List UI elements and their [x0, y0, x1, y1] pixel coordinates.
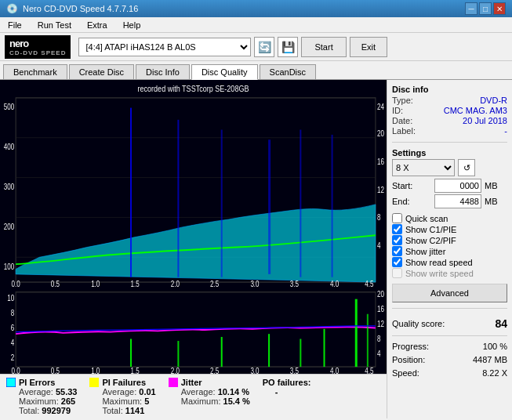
svg-text:200: 200: [4, 223, 14, 231]
show-c2-label: Show C2/PIF: [405, 236, 456, 245]
tab-disc-quality[interactable]: Disc Quality: [191, 64, 258, 80]
show-jitter-checkbox[interactable]: [392, 246, 402, 256]
svg-text:20: 20: [377, 130, 384, 139]
divider-2: [392, 308, 507, 309]
divider-3: [392, 335, 507, 336]
svg-text:16: 16: [377, 305, 384, 313]
progress-row: Progress: 100 %: [392, 342, 507, 351]
exit-button[interactable]: Exit: [350, 37, 387, 57]
show-jitter-row: Show jitter: [392, 246, 507, 256]
menu-extra[interactable]: Extra: [82, 19, 112, 31]
svg-rect-19: [221, 130, 223, 277]
svg-text:1.0: 1.0: [91, 281, 100, 289]
app-icon: 💿: [6, 3, 18, 14]
disc-type-row: Type: DVD-R: [392, 96, 507, 105]
drive-select[interactable]: [4:4] ATAPI iHAS124 B AL0S: [78, 38, 251, 56]
speed-row: Speed: 8.22 X: [392, 368, 507, 378]
pi-failures-icon: [89, 378, 99, 387]
main-content: recorded with TSSTcorp SE-208GB 500 400 …: [0, 80, 512, 418]
minimize-button[interactable]: ─: [465, 2, 478, 15]
svg-text:400: 400: [4, 143, 14, 151]
legend-pi-failures: PI Failures Average: 0.01 Maximum: 5 Tot…: [89, 378, 155, 415]
svg-text:4.5: 4.5: [365, 281, 373, 289]
legend-po-failures: PO failures: -: [263, 378, 311, 396]
save-button[interactable]: 💾: [278, 37, 298, 57]
show-c2-checkbox[interactable]: [392, 235, 402, 245]
svg-text:3.5: 3.5: [290, 281, 299, 289]
svg-text:3.5: 3.5: [290, 367, 299, 374]
tab-create-disc[interactable]: Create Disc: [69, 64, 134, 79]
tab-bar: Benchmark Create Disc Disc Info Disc Qua…: [0, 61, 512, 80]
svg-rect-44: [130, 339, 132, 368]
svg-rect-47: [268, 334, 270, 367]
legend-pi-errors: PI Errors Average: 55.33 Maximum: 265 To…: [6, 378, 77, 415]
speed-select[interactable]: 8 X Max 4 X: [392, 159, 455, 176]
tab-benchmark[interactable]: Benchmark: [3, 64, 67, 79]
menu-help[interactable]: Help: [118, 19, 146, 31]
settings-title: Settings: [392, 148, 507, 158]
disc-id-label: ID:: [392, 106, 403, 115]
refresh-button[interactable]: 🔄: [254, 37, 274, 57]
svg-text:4: 4: [377, 241, 380, 250]
svg-text:24: 24: [377, 103, 384, 111]
svg-text:3.0: 3.0: [250, 367, 259, 374]
start-field-row: Start: MB: [392, 179, 507, 193]
end-input[interactable]: [434, 194, 481, 208]
jitter-icon: [169, 378, 178, 387]
svg-rect-49: [324, 329, 325, 367]
tab-disc-info[interactable]: Disc Info: [136, 64, 190, 79]
disc-info-title: Disc info: [392, 85, 507, 94]
window-controls: ─ □ ✕: [465, 2, 506, 15]
svg-text:0.0: 0.0: [12, 367, 20, 374]
svg-text:2: 2: [11, 354, 14, 363]
speed-label: Speed:: [392, 368, 419, 378]
advanced-button[interactable]: Advanced: [392, 284, 507, 302]
svg-rect-22: [332, 135, 333, 277]
quality-score-value: 84: [495, 317, 507, 330]
start-button[interactable]: Start: [301, 37, 346, 57]
show-read-speed-row: Show read speed: [392, 257, 507, 267]
svg-rect-46: [221, 337, 223, 367]
svg-text:12: 12: [377, 320, 384, 328]
show-c2-row: Show C2/PIF: [392, 235, 507, 245]
svg-text:6: 6: [11, 324, 14, 332]
show-jitter-label: Show jitter: [405, 247, 445, 256]
svg-rect-63: [89, 378, 99, 387]
chart-container: recorded with TSSTcorp SE-208GB 500 400 …: [0, 80, 387, 418]
show-c1-checkbox[interactable]: [392, 224, 402, 234]
tab-scandisc[interactable]: ScanDisc: [260, 64, 316, 79]
divider-1: [392, 142, 507, 143]
disc-date-row: Date: 20 Jul 2018: [392, 116, 507, 125]
close-button[interactable]: ✕: [493, 2, 506, 15]
legend-jitter: Jitter Average: 10.14 % Maximum: 15.4 %: [169, 378, 250, 406]
svg-text:2.0: 2.0: [171, 367, 180, 374]
title-bar: 💿 Nero CD-DVD Speed 4.7.7.16 ─ □ ✕: [0, 0, 512, 17]
speed-value: 8.22 X: [482, 368, 507, 378]
jitter-label: Jitter: [181, 378, 202, 387]
menu-run-test[interactable]: Run Test: [33, 19, 76, 31]
show-read-speed-checkbox[interactable]: [392, 257, 402, 267]
quality-score-label: Quality score:: [392, 319, 445, 328]
menu-file[interactable]: File: [3, 19, 27, 31]
maximize-button[interactable]: □: [479, 2, 492, 15]
svg-text:4: 4: [377, 350, 380, 359]
position-value: 4487 MB: [473, 355, 507, 364]
svg-rect-45: [177, 341, 179, 367]
svg-rect-62: [6, 378, 16, 387]
disc-type-value: DVD-R: [480, 96, 507, 105]
pi-failures-label: PI Failures: [102, 378, 146, 387]
end-field-row: End: MB: [392, 194, 507, 208]
po-failures-label: PO failures:: [263, 378, 311, 387]
svg-text:1.0: 1.0: [91, 367, 100, 374]
end-unit: MB: [485, 197, 498, 206]
svg-text:2.0: 2.0: [171, 281, 180, 289]
speed-refresh-button[interactable]: ↺: [458, 159, 475, 176]
start-input[interactable]: [434, 179, 481, 193]
svg-rect-50: [355, 299, 358, 367]
quick-scan-checkbox[interactable]: [392, 213, 402, 223]
svg-text:1.5: 1.5: [130, 281, 139, 289]
svg-text:100: 100: [4, 262, 14, 271]
position-label: Position:: [392, 355, 425, 364]
start-unit: MB: [485, 181, 498, 190]
svg-text:4.0: 4.0: [330, 281, 339, 289]
